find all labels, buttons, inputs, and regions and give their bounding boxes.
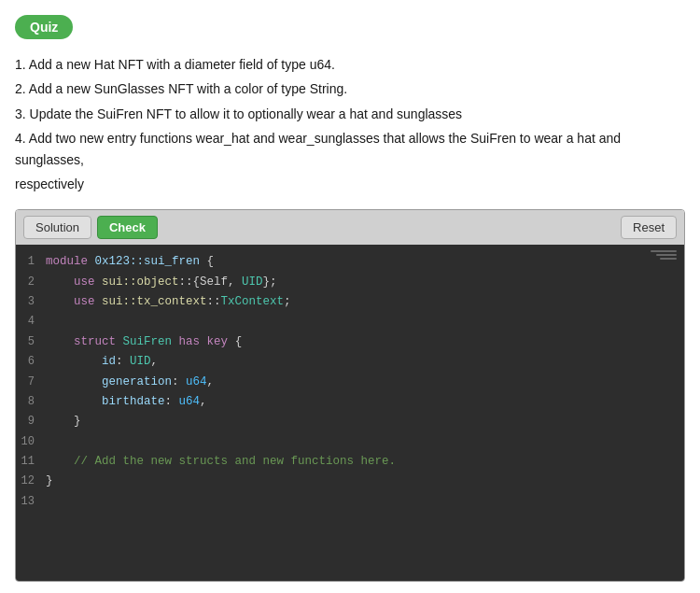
editor-toolbar: Solution Check Reset [16,210,684,245]
code-line-3: 3 use sui::tx_context::TxContext; [16,292,684,312]
code-line-2: 2 use sui::object::{Self, UID}; [16,273,684,292]
code-line-4: 4 [16,312,684,332]
code-line-11: 11 // Add the new structs and new functi… [16,452,684,472]
instructions: 1. Add a new Hat NFT with a diameter fie… [15,54,685,194]
code-line-6: 6 id: UID, [16,352,684,372]
instruction-3: 3. Update the SuiFren NFT to allow it to… [15,104,685,124]
code-editor: Solution Check Reset 1 module 0x123::sui… [15,209,685,582]
code-line-5: 5 struct SuiFren has key { [16,332,684,352]
minimap-icon [647,250,677,267]
check-button[interactable]: Check [97,216,158,239]
reset-button[interactable]: Reset [621,216,677,239]
code-line-7: 7 generation: u64, [16,373,684,392]
instruction-4: 4. Add two new entry functions wear_hat … [15,128,685,170]
instruction-4-continued: respectively [15,174,685,194]
code-line-9: 9 } [16,412,684,431]
instruction-1: 1. Add a new Hat NFT with a diameter fie… [15,54,685,75]
code-line-1: 1 module 0x123::sui_fren { [16,252,684,272]
code-line-13: 13 [16,492,684,512]
instruction-2: 2. Add a new SunGlasses NFT with a color… [15,78,685,99]
code-line-8: 8 birthdate: u64, [16,392,684,412]
code-area[interactable]: 1 module 0x123::sui_fren { 2 use sui::ob… [16,245,684,581]
code-line-12: 12 } [16,472,684,491]
solution-button[interactable]: Solution [23,216,91,239]
quiz-badge: Quiz [15,15,73,39]
code-line-10: 10 [16,432,684,452]
